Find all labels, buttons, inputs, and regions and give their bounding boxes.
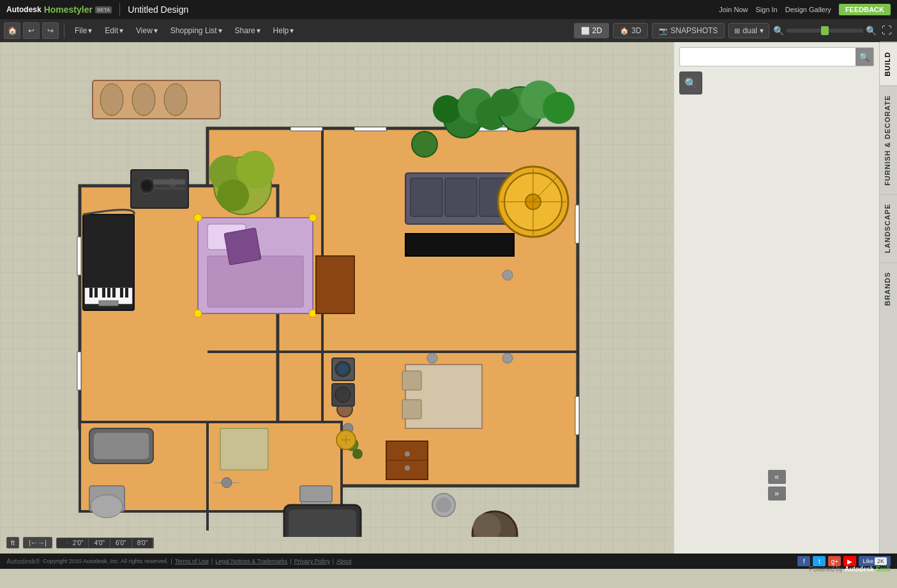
divider	[119, 3, 120, 16]
about-link[interactable]: About	[336, 558, 352, 564]
tab-furnish[interactable]: FURNISH & DECORATE	[880, 86, 897, 195]
panel-collapse-button[interactable]: «	[768, 470, 786, 484]
dual-button[interactable]: ⊞ dual ▾	[728, 23, 769, 38]
privacy-link[interactable]: Privacy Policy	[294, 558, 330, 564]
svg-point-19	[164, 84, 187, 116]
svg-rect-48	[99, 301, 118, 306]
separator3: |	[290, 558, 291, 564]
svg-rect-42	[94, 288, 98, 298]
svg-point-29	[217, 179, 249, 211]
separator4: |	[333, 558, 334, 564]
footer-left: Autodesk® Copyright 2010 Autodesk, Inc. …	[6, 558, 352, 565]
tab-landscape[interactable]: LANDSCAPE	[880, 194, 897, 262]
svg-rect-24	[153, 179, 185, 185]
join-now-link[interactable]: Join Now	[719, 6, 748, 13]
svg-point-104	[502, 353, 513, 363]
unit-button[interactable]: ft	[6, 537, 19, 548]
svg-point-88	[436, 497, 451, 513]
design-gallery-link[interactable]: Design Gallery	[785, 6, 831, 13]
tab-brands[interactable]: BRANDS	[880, 262, 897, 315]
like-button[interactable]: Like 2K	[859, 556, 891, 566]
svg-rect-44	[107, 288, 110, 298]
redo-button[interactable]: ↪	[42, 22, 59, 39]
svg-rect-50	[411, 178, 442, 216]
svg-point-103	[427, 353, 437, 363]
svg-point-36	[194, 310, 202, 317]
search-submit-button[interactable]: 🔍	[856, 48, 873, 66]
shopping-list-menu[interactable]: Shopping List ▾	[165, 24, 227, 38]
copyright-text: Copyright 2010 Autodesk, Inc. All rights…	[43, 558, 169, 564]
panel-arrows: « »	[679, 465, 874, 506]
zoom-out-icon[interactable]: 🔍	[773, 26, 784, 36]
top-bar-left: Autodesk Homestyler BETA Untitled Design	[6, 3, 188, 16]
floor-plan[interactable]	[10, 45, 622, 537]
social-icons: f t g+ ▶ Like 2K	[797, 556, 891, 566]
share-menu[interactable]: Share ▾	[230, 24, 266, 38]
view-3d-button[interactable]: 🏠 3D	[613, 23, 648, 38]
svg-rect-84	[300, 486, 332, 502]
search-input[interactable]	[680, 50, 856, 64]
svg-point-67	[490, 89, 518, 117]
svg-rect-43	[102, 288, 105, 298]
help-menu[interactable]: Help ▾	[268, 24, 299, 38]
toolbar: 🏠 ↩ ↪ File ▾ Edit ▾ View ▾ Shopping List…	[0, 19, 897, 42]
svg-point-63	[433, 95, 461, 123]
googleplus-icon[interactable]: g+	[828, 556, 841, 566]
powered-by: Powered by Autodesk Seek	[809, 566, 891, 573]
svg-rect-73	[402, 400, 421, 419]
toolbar-separator	[64, 23, 64, 38]
home-button[interactable]: 🏠	[4, 22, 20, 39]
zoom-slider[interactable]	[787, 29, 863, 33]
svg-rect-25	[153, 187, 185, 190]
autodesk-logo: Autodesk	[6, 5, 41, 14]
separator2: |	[211, 558, 213, 564]
right-panel: 🔍 🔍 « » BUILD FURNISH & DECORATE LANDSCA…	[674, 42, 897, 554]
svg-rect-51	[445, 178, 477, 216]
design-title[interactable]: Untitled Design	[128, 4, 188, 15]
feedback-button[interactable]: FEEDBACK	[839, 4, 891, 15]
tab-build[interactable]: BUILD	[880, 42, 897, 86]
search-standalone-button[interactable]: 🔍	[679, 72, 702, 94]
terms-link[interactable]: Terms of Use	[175, 558, 209, 564]
facebook-icon[interactable]: f	[797, 556, 810, 566]
sign-in-link[interactable]: Sign In	[755, 6, 777, 13]
canvas-area[interactable]: ft |←→| 2'0" 4'0" 6'0" 8'0"	[0, 42, 674, 554]
youtube-icon[interactable]: ▶	[843, 556, 856, 566]
svg-point-70	[412, 132, 437, 157]
search-box-container: 🔍	[679, 47, 874, 66]
svg-point-17	[100, 84, 123, 116]
toolbar-right: ⬜ 2D 🏠 3D 📷 SNAPSHOTS ⊞ dual ▾ 🔍 🔍 ⛶	[574, 23, 893, 38]
zoom-in-icon[interactable]: 🔍	[866, 26, 877, 36]
top-bar: Autodesk Homestyler BETA Untitled Design…	[0, 0, 897, 19]
svg-point-69	[543, 92, 575, 124]
svg-rect-10	[354, 127, 386, 131]
svg-rect-46	[120, 288, 123, 298]
homestyler-logo: Homestyler	[44, 4, 93, 15]
svg-point-105	[502, 270, 513, 280]
svg-point-18	[132, 84, 155, 116]
twitter-icon[interactable]: t	[813, 556, 825, 566]
panel-expand-button[interactable]: »	[768, 486, 786, 501]
view-2d-button[interactable]: ⬜ 2D	[574, 23, 609, 38]
measure-button[interactable]: |←→|	[23, 537, 52, 548]
edit-menu[interactable]: Edit ▾	[100, 24, 128, 38]
svg-rect-47	[125, 288, 128, 298]
scale-mark-3: 6'0"	[110, 538, 132, 548]
snapshots-button[interactable]: 📷 SNAPSHOTS	[652, 23, 725, 38]
svg-rect-14	[77, 237, 81, 275]
legal-link[interactable]: Legal Notices & Trademarks	[215, 558, 287, 564]
file-menu[interactable]: File ▾	[70, 24, 97, 38]
zoom-thumb[interactable]	[821, 26, 829, 35]
svg-rect-53	[405, 234, 514, 256]
svg-rect-45	[112, 288, 116, 298]
undo-button[interactable]: ↩	[23, 22, 40, 39]
powered-autodesk: Autodesk	[845, 566, 874, 573]
svg-rect-79	[94, 433, 149, 459]
svg-rect-15	[77, 352, 81, 390]
view-menu[interactable]: View ▾	[131, 24, 163, 38]
fullscreen-button[interactable]: ⛶	[880, 24, 893, 38]
like-label: Like	[863, 558, 873, 564]
bottom-controls: ft |←→| 2'0" 4'0" 6'0" 8'0"	[6, 537, 154, 548]
measure-icon: |←→|	[29, 539, 47, 547]
scale-mark-0	[57, 541, 68, 544]
